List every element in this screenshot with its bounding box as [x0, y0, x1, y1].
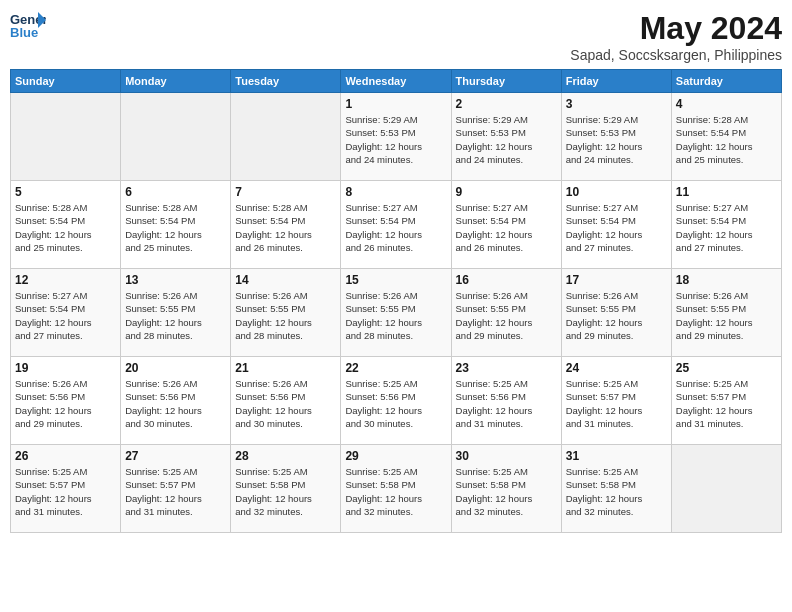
day-info: Sunrise: 5:28 AM Sunset: 5:54 PM Dayligh… — [676, 113, 777, 166]
weekday-header-cell: Wednesday — [341, 70, 451, 93]
day-info: Sunrise: 5:26 AM Sunset: 5:56 PM Dayligh… — [235, 377, 336, 430]
calendar-cell: 1Sunrise: 5:29 AM Sunset: 5:53 PM Daylig… — [341, 93, 451, 181]
day-number: 11 — [676, 185, 777, 199]
day-info: Sunrise: 5:27 AM Sunset: 5:54 PM Dayligh… — [566, 201, 667, 254]
day-info: Sunrise: 5:27 AM Sunset: 5:54 PM Dayligh… — [345, 201, 446, 254]
day-info: Sunrise: 5:25 AM Sunset: 5:58 PM Dayligh… — [235, 465, 336, 518]
day-number: 24 — [566, 361, 667, 375]
calendar-cell: 15Sunrise: 5:26 AM Sunset: 5:55 PM Dayli… — [341, 269, 451, 357]
calendar-week-row: 12Sunrise: 5:27 AM Sunset: 5:54 PM Dayli… — [11, 269, 782, 357]
day-info: Sunrise: 5:25 AM Sunset: 5:58 PM Dayligh… — [456, 465, 557, 518]
calendar-cell: 29Sunrise: 5:25 AM Sunset: 5:58 PM Dayli… — [341, 445, 451, 533]
calendar-body: 1Sunrise: 5:29 AM Sunset: 5:53 PM Daylig… — [11, 93, 782, 533]
day-number: 29 — [345, 449, 446, 463]
calendar-cell: 11Sunrise: 5:27 AM Sunset: 5:54 PM Dayli… — [671, 181, 781, 269]
day-info: Sunrise: 5:25 AM Sunset: 5:57 PM Dayligh… — [15, 465, 116, 518]
calendar-cell: 16Sunrise: 5:26 AM Sunset: 5:55 PM Dayli… — [451, 269, 561, 357]
calendar-cell: 26Sunrise: 5:25 AM Sunset: 5:57 PM Dayli… — [11, 445, 121, 533]
day-number: 23 — [456, 361, 557, 375]
calendar-cell: 10Sunrise: 5:27 AM Sunset: 5:54 PM Dayli… — [561, 181, 671, 269]
calendar-cell: 12Sunrise: 5:27 AM Sunset: 5:54 PM Dayli… — [11, 269, 121, 357]
calendar-cell: 6Sunrise: 5:28 AM Sunset: 5:54 PM Daylig… — [121, 181, 231, 269]
day-info: Sunrise: 5:26 AM Sunset: 5:56 PM Dayligh… — [15, 377, 116, 430]
day-info: Sunrise: 5:25 AM Sunset: 5:58 PM Dayligh… — [566, 465, 667, 518]
weekday-header-cell: Friday — [561, 70, 671, 93]
day-number: 19 — [15, 361, 116, 375]
svg-text:Blue: Blue — [10, 25, 38, 40]
day-info: Sunrise: 5:26 AM Sunset: 5:55 PM Dayligh… — [566, 289, 667, 342]
calendar-table: SundayMondayTuesdayWednesdayThursdayFrid… — [10, 69, 782, 533]
day-info: Sunrise: 5:29 AM Sunset: 5:53 PM Dayligh… — [456, 113, 557, 166]
day-info: Sunrise: 5:28 AM Sunset: 5:54 PM Dayligh… — [235, 201, 336, 254]
calendar-week-row: 26Sunrise: 5:25 AM Sunset: 5:57 PM Dayli… — [11, 445, 782, 533]
day-info: Sunrise: 5:28 AM Sunset: 5:54 PM Dayligh… — [125, 201, 226, 254]
calendar-cell: 17Sunrise: 5:26 AM Sunset: 5:55 PM Dayli… — [561, 269, 671, 357]
day-info: Sunrise: 5:26 AM Sunset: 5:55 PM Dayligh… — [676, 289, 777, 342]
calendar-cell: 13Sunrise: 5:26 AM Sunset: 5:55 PM Dayli… — [121, 269, 231, 357]
day-number: 21 — [235, 361, 336, 375]
day-number: 13 — [125, 273, 226, 287]
calendar-cell: 23Sunrise: 5:25 AM Sunset: 5:56 PM Dayli… — [451, 357, 561, 445]
day-number: 22 — [345, 361, 446, 375]
calendar-cell — [11, 93, 121, 181]
day-info: Sunrise: 5:25 AM Sunset: 5:56 PM Dayligh… — [456, 377, 557, 430]
day-number: 16 — [456, 273, 557, 287]
calendar-cell: 19Sunrise: 5:26 AM Sunset: 5:56 PM Dayli… — [11, 357, 121, 445]
day-info: Sunrise: 5:26 AM Sunset: 5:55 PM Dayligh… — [235, 289, 336, 342]
calendar-subtitle: Sapad, Soccsksargen, Philippines — [570, 47, 782, 63]
day-info: Sunrise: 5:27 AM Sunset: 5:54 PM Dayligh… — [15, 289, 116, 342]
day-info: Sunrise: 5:26 AM Sunset: 5:55 PM Dayligh… — [456, 289, 557, 342]
calendar-cell: 9Sunrise: 5:27 AM Sunset: 5:54 PM Daylig… — [451, 181, 561, 269]
calendar-cell — [231, 93, 341, 181]
calendar-cell: 4Sunrise: 5:28 AM Sunset: 5:54 PM Daylig… — [671, 93, 781, 181]
calendar-cell: 18Sunrise: 5:26 AM Sunset: 5:55 PM Dayli… — [671, 269, 781, 357]
day-number: 6 — [125, 185, 226, 199]
day-info: Sunrise: 5:28 AM Sunset: 5:54 PM Dayligh… — [15, 201, 116, 254]
day-number: 14 — [235, 273, 336, 287]
day-number: 18 — [676, 273, 777, 287]
day-number: 30 — [456, 449, 557, 463]
day-info: Sunrise: 5:26 AM Sunset: 5:55 PM Dayligh… — [125, 289, 226, 342]
day-info: Sunrise: 5:29 AM Sunset: 5:53 PM Dayligh… — [345, 113, 446, 166]
calendar-cell: 8Sunrise: 5:27 AM Sunset: 5:54 PM Daylig… — [341, 181, 451, 269]
calendar-cell — [121, 93, 231, 181]
calendar-cell: 21Sunrise: 5:26 AM Sunset: 5:56 PM Dayli… — [231, 357, 341, 445]
day-number: 9 — [456, 185, 557, 199]
weekday-header-row: SundayMondayTuesdayWednesdayThursdayFrid… — [11, 70, 782, 93]
weekday-header-cell: Monday — [121, 70, 231, 93]
calendar-cell: 25Sunrise: 5:25 AM Sunset: 5:57 PM Dayli… — [671, 357, 781, 445]
weekday-header-cell: Thursday — [451, 70, 561, 93]
day-number: 28 — [235, 449, 336, 463]
day-info: Sunrise: 5:25 AM Sunset: 5:58 PM Dayligh… — [345, 465, 446, 518]
day-number: 20 — [125, 361, 226, 375]
day-number: 27 — [125, 449, 226, 463]
calendar-cell: 27Sunrise: 5:25 AM Sunset: 5:57 PM Dayli… — [121, 445, 231, 533]
day-number: 12 — [15, 273, 116, 287]
calendar-cell: 3Sunrise: 5:29 AM Sunset: 5:53 PM Daylig… — [561, 93, 671, 181]
day-number: 8 — [345, 185, 446, 199]
day-number: 25 — [676, 361, 777, 375]
day-number: 26 — [15, 449, 116, 463]
logo: General Blue — [10, 10, 46, 42]
page-header: General Blue May 2024 Sapad, Soccsksarge… — [10, 10, 782, 63]
calendar-cell — [671, 445, 781, 533]
title-block: May 2024 Sapad, Soccsksargen, Philippine… — [570, 10, 782, 63]
calendar-cell: 5Sunrise: 5:28 AM Sunset: 5:54 PM Daylig… — [11, 181, 121, 269]
calendar-cell: 31Sunrise: 5:25 AM Sunset: 5:58 PM Dayli… — [561, 445, 671, 533]
calendar-cell: 24Sunrise: 5:25 AM Sunset: 5:57 PM Dayli… — [561, 357, 671, 445]
day-number: 4 — [676, 97, 777, 111]
weekday-header-cell: Saturday — [671, 70, 781, 93]
calendar-title: May 2024 — [570, 10, 782, 47]
calendar-week-row: 5Sunrise: 5:28 AM Sunset: 5:54 PM Daylig… — [11, 181, 782, 269]
calendar-cell: 28Sunrise: 5:25 AM Sunset: 5:58 PM Dayli… — [231, 445, 341, 533]
day-info: Sunrise: 5:26 AM Sunset: 5:55 PM Dayligh… — [345, 289, 446, 342]
calendar-cell: 7Sunrise: 5:28 AM Sunset: 5:54 PM Daylig… — [231, 181, 341, 269]
day-number: 17 — [566, 273, 667, 287]
logo-icon: General Blue — [10, 10, 46, 42]
day-info: Sunrise: 5:29 AM Sunset: 5:53 PM Dayligh… — [566, 113, 667, 166]
day-number: 2 — [456, 97, 557, 111]
day-number: 1 — [345, 97, 446, 111]
calendar-cell: 14Sunrise: 5:26 AM Sunset: 5:55 PM Dayli… — [231, 269, 341, 357]
day-info: Sunrise: 5:26 AM Sunset: 5:56 PM Dayligh… — [125, 377, 226, 430]
day-number: 7 — [235, 185, 336, 199]
